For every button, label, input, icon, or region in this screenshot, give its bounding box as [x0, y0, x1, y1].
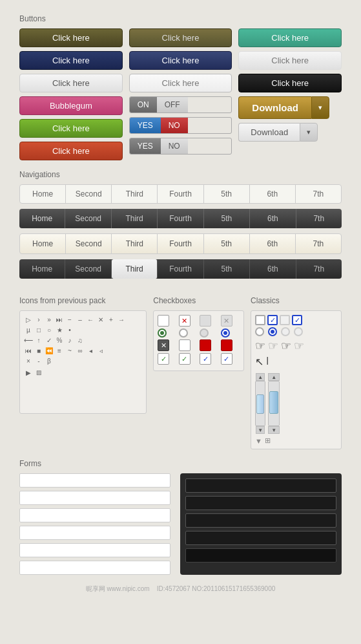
nav-4-7th[interactable]: 7th: [296, 259, 342, 279]
cb-red-2[interactable]: [221, 339, 232, 351]
scrollbar-down-arrow[interactable]: ▼: [256, 426, 265, 434]
nav-4-second[interactable]: Second: [65, 259, 111, 279]
nav-4-6th[interactable]: 6th: [250, 259, 296, 279]
scrollbar-thumb-1[interactable]: [256, 394, 264, 414]
btn-red-orange[interactable]: Click here: [19, 142, 123, 160]
cb-check-2[interactable]: ✓: [179, 353, 191, 365]
nav-4-third[interactable]: Third: [112, 259, 158, 279]
nav-2-home[interactable]: Home: [19, 209, 65, 228]
form-dark-input-2[interactable]: [185, 496, 336, 510]
cb-gray-checked-1[interactable]: ✕: [221, 315, 232, 327]
form-input-1[interactable]: [19, 473, 170, 488]
nav-1-5th[interactable]: 5th: [204, 185, 250, 203]
nav-2-fourth[interactable]: Fourth: [158, 209, 203, 228]
cb-check-1[interactable]: ✓: [158, 353, 169, 365]
yes-no-toggle-1[interactable]: YES NO: [129, 117, 232, 134]
nav-1-second[interactable]: Second: [66, 185, 112, 203]
cb-checked-x-1[interactable]: ✕: [179, 315, 191, 327]
form-input-3[interactable]: [19, 508, 170, 522]
nav-3-6th[interactable]: 6th: [250, 234, 296, 253]
radio-green[interactable]: [158, 328, 167, 338]
scrollbar-thumb-2[interactable]: [269, 391, 278, 414]
radio-gray[interactable]: [200, 328, 209, 338]
radio-white[interactable]: [179, 328, 188, 338]
download-light-arrow-btn[interactable]: ▾: [300, 123, 318, 142]
cb-gray-1[interactable]: [200, 315, 211, 327]
icon-circ: ○: [45, 325, 54, 334]
cb-check-3[interactable]: ✓: [200, 353, 211, 365]
yes-no-toggle-2[interactable]: YES NO: [129, 138, 232, 155]
nav-1-home[interactable]: Home: [20, 185, 66, 203]
classic-cb-checked[interactable]: [267, 315, 278, 325]
toggle-no-btn-2[interactable]: NO: [161, 138, 188, 154]
form-input-5[interactable]: [19, 543, 170, 557]
classic-radio-2[interactable]: [268, 327, 277, 336]
radio-blue[interactable]: [221, 328, 230, 338]
form-input-2[interactable]: [19, 491, 170, 505]
btn-dark-olive-2[interactable]: Click here: [129, 28, 232, 47]
toggle-yes-btn-2[interactable]: YES: [130, 138, 161, 154]
form-dark-input-4[interactable]: [185, 531, 336, 545]
cb-unchecked-1[interactable]: [158, 315, 169, 327]
classic-cb-1[interactable]: [255, 315, 265, 325]
form-dark-input-1[interactable]: [185, 478, 336, 493]
nav-1-third[interactable]: Third: [112, 185, 158, 203]
nav-3-7th[interactable]: 7th: [296, 234, 341, 253]
scrollbar-down-arrow-2[interactable]: ▼: [268, 426, 280, 434]
nav-2-5th[interactable]: 5th: [204, 209, 250, 228]
nav-2-second[interactable]: Second: [65, 209, 111, 228]
nav-1-7th[interactable]: 7th: [296, 185, 341, 203]
on-off-toggle[interactable]: ON OFF: [129, 96, 232, 113]
nav-2-6th[interactable]: 6th: [250, 209, 296, 228]
icon-star: ★: [55, 325, 64, 334]
scrollbar-track-2[interactable]: [268, 381, 280, 426]
scrollbar-up-arrow[interactable]: ▲: [256, 373, 265, 381]
btn-dark-navy[interactable]: Click here: [129, 51, 232, 70]
btn-bubblegum[interactable]: Bubblegum: [19, 96, 123, 115]
nav-1-6th[interactable]: 6th: [250, 185, 296, 203]
nav-2-third[interactable]: Third: [112, 209, 158, 228]
nav-3-third[interactable]: Third: [112, 234, 158, 253]
btn-navy-1[interactable]: Click here: [19, 51, 123, 70]
btn-light-2[interactable]: Click here: [238, 51, 342, 70]
btn-teal[interactable]: Click here: [238, 28, 342, 47]
download-gold-arrow-btn[interactable]: ▾: [311, 96, 329, 119]
cb-dark-checked[interactable]: ✕: [158, 339, 169, 351]
scrollbar-track-1[interactable]: [255, 381, 265, 426]
toggle-yes-btn-1[interactable]: YES: [130, 118, 161, 133]
icon-music2: ♫: [76, 336, 85, 345]
download-light-main-btn[interactable]: Download: [238, 123, 300, 142]
nav-3-fourth[interactable]: Fourth: [158, 234, 203, 253]
form-dark-input-5[interactable]: [185, 548, 336, 563]
form-input-6[interactable]: [19, 561, 170, 575]
toggle-on-btn[interactable]: ON: [130, 97, 157, 113]
toggle-no-btn-1[interactable]: NO: [161, 118, 188, 133]
classic-cb-checked-2[interactable]: [292, 315, 302, 325]
classic-radio-3[interactable]: [281, 327, 290, 336]
download-gold-main-btn[interactable]: Download: [238, 96, 311, 119]
nav-3-home[interactable]: Home: [20, 234, 66, 253]
btn-dark-olive-1[interactable]: Click here: [19, 28, 123, 47]
classic-cb-3[interactable]: [280, 315, 290, 325]
btn-light-outline[interactable]: Click here: [129, 74, 232, 92]
btn-dark-solid[interactable]: Click here: [238, 74, 342, 92]
nav-1-fourth[interactable]: Fourth: [158, 185, 203, 203]
toggle-off-btn[interactable]: OFF: [157, 97, 188, 113]
classic-radio-1[interactable]: [255, 327, 264, 336]
form-input-4[interactable]: [19, 526, 170, 540]
scrollbar-up-arrow-2[interactable]: ▲: [268, 373, 280, 381]
icon-skip: ⏭: [55, 315, 64, 324]
nav-2-7th[interactable]: 7th: [296, 209, 342, 228]
cb-red-1[interactable]: [200, 339, 211, 351]
btn-green[interactable]: Click here: [19, 119, 123, 138]
cb-check-4[interactable]: ✓: [221, 353, 232, 365]
cb-unchecked-2[interactable]: [179, 339, 191, 351]
nav-4-5th[interactable]: 5th: [204, 259, 250, 279]
classic-radio-4[interactable]: [294, 327, 303, 336]
nav-3-second[interactable]: Second: [66, 234, 112, 253]
btn-light-1[interactable]: Click here: [19, 74, 123, 92]
form-dark-input-3[interactable]: [185, 513, 336, 528]
nav-4-fourth[interactable]: Fourth: [158, 259, 203, 279]
nav-3-5th[interactable]: 5th: [204, 234, 250, 253]
nav-4-home[interactable]: Home: [19, 259, 65, 279]
